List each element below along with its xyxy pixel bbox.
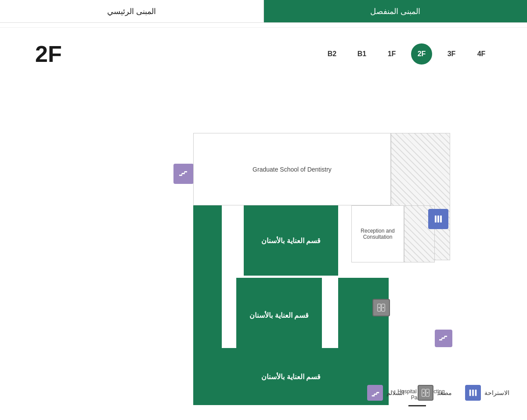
floor-btn-1f[interactable]: 1F [381, 43, 402, 65]
floor-buttons: B2 B1 1F 2F 3F 4F [321, 43, 492, 65]
elevator-icon-mid [372, 299, 390, 316]
legend-restroom-label: الاستراحة [484, 389, 509, 396]
tab-main-building[interactable]: المبنى الرئيسي [0, 0, 264, 22]
legend-elevator-icon [418, 385, 433, 401]
dental-room-3: قسم العناية بالأسنان [193, 348, 389, 405]
passage-divider [408, 405, 426, 406]
tab-main-building-label: المبنى الرئيسي [107, 7, 156, 16]
legend: السلالم مصعد الا [367, 385, 509, 401]
legend-elevator: مصعد [418, 385, 452, 401]
stairs-icon-btmright [435, 330, 452, 347]
legend-stairs-icon [367, 385, 383, 401]
reception-area: Reception and Consultation [351, 205, 404, 262]
grad-school-area: Graduate School of Dentistry [193, 133, 391, 205]
floor-btn-b1[interactable]: B1 [351, 43, 372, 65]
dental-room-1: قسم العناية بالأسنان [244, 205, 338, 276]
dental-room-2-label: قسم العناية بالأسنان [249, 311, 309, 319]
legend-restroom: الاستراحة [465, 385, 509, 401]
svg-rect-12 [374, 394, 377, 395]
legend-elevator-label: مصعد [437, 389, 452, 396]
legend-restroom-icon [465, 385, 481, 401]
legend-stairs-label: السلالم [386, 389, 404, 396]
svg-rect-17 [472, 390, 474, 396]
floor-btn-3f[interactable]: 3F [441, 43, 462, 65]
tab-separate-building-label: المبنى المنفصل [370, 7, 420, 16]
floor-btn-4f[interactable]: 4F [471, 43, 492, 65]
floor-section: 2F B2 B1 1F 2F 3F 4F [0, 32, 527, 72]
floor-btn-2f[interactable]: 2F [411, 43, 432, 65]
header: المبنى الرئيسي المبنى المنفصل [0, 0, 527, 23]
restroom-icon-top [428, 209, 448, 229]
floor-map: Graduate School of Dentistry قسم العناية… [0, 76, 527, 409]
svg-rect-13 [377, 392, 379, 393]
legend-stairs: السلالم [367, 385, 404, 401]
svg-rect-18 [475, 390, 477, 396]
floor-btn-b2[interactable]: B2 [321, 43, 343, 65]
svg-rect-3 [435, 215, 437, 223]
current-floor-label: 2F [35, 41, 62, 67]
svg-rect-4 [437, 215, 439, 223]
stairs-icon-topleft [173, 164, 194, 184]
dental-room-2: قسم العناية بالأسنان [236, 278, 322, 352]
grad-school-label: Graduate School of Dentistry [253, 166, 332, 173]
dental-room-1-label: قسم العناية بالأسنان [261, 237, 321, 245]
dental-room-3-label: قسم العناية بالأسنان [261, 373, 321, 381]
reception-label: Reception and Consultation [354, 228, 401, 240]
svg-rect-16 [469, 390, 471, 396]
svg-rect-11 [372, 395, 375, 396]
svg-rect-5 [440, 215, 442, 223]
tab-separate-building[interactable]: المبنى المنفصل [264, 0, 527, 22]
